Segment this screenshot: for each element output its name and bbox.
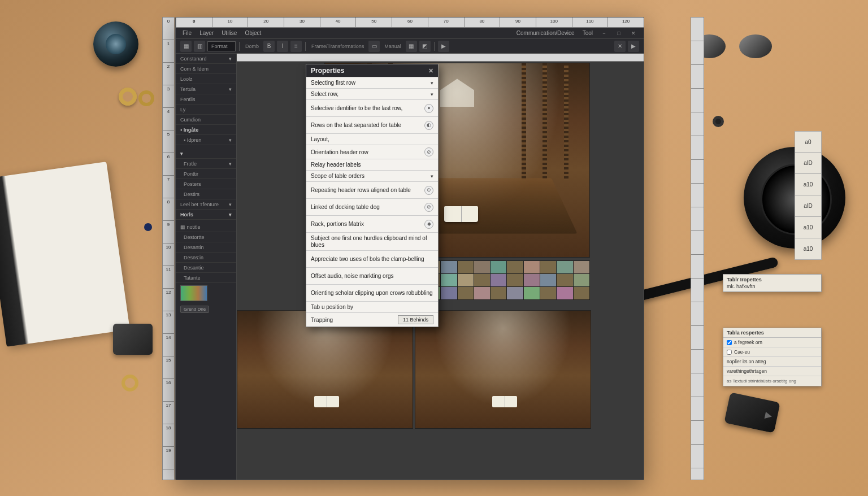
dropdown-item[interactable]: Offset audio, noise markting orgs	[306, 267, 438, 284]
tool-new-icon[interactable]: ▦	[180, 41, 192, 52]
value-cell: a10	[795, 238, 822, 260]
sidebar-item[interactable]: Tatante	[176, 273, 236, 283]
value-cell: aID	[795, 195, 822, 217]
window-close-icon[interactable]: ✕	[630, 30, 637, 37]
sidebar-label: Leel bet Tfenture▾	[176, 199, 236, 210]
panel-line: mk. hafxwftn	[727, 284, 818, 289]
sidebar-item[interactable]: Destirs	[176, 189, 236, 199]
sidebar-panel-header: ▾	[176, 149, 236, 159]
desk-eraser	[113, 324, 153, 355]
panel-footer: as Textudl strintdbüsts orsetitg ong	[723, 376, 821, 386]
panel-row[interactable]: noplier its on atteg	[723, 357, 821, 367]
ruler-horizontal-inner	[237, 54, 644, 62]
desk-sunglasses	[693, 31, 772, 62]
menu-layer[interactable]: Layer	[199, 30, 214, 36]
sidebar-item[interactable]: Frotle▾	[176, 159, 236, 169]
menubar: File Layer Utilise Object Communication/…	[176, 28, 644, 39]
desk-bead	[144, 223, 152, 231]
sidebar-section-header[interactable]: ▪ Ingåte	[176, 125, 236, 135]
sidebar-item[interactable]: Tertula▾	[176, 84, 236, 94]
thumb-image-library-left[interactable]	[237, 310, 413, 429]
sidebar-item[interactable]: Posters	[176, 179, 236, 189]
menu-right-num: Tool	[583, 30, 593, 36]
table-properties-panel: Tabla respertes a fegreek orn Cae-eu nop…	[723, 328, 822, 386]
ruler-vertical-left: 01 23 45 67 89 1011 1213 1415 1617 1819	[162, 17, 175, 480]
tool-grid-icon[interactable]: ▦	[406, 41, 417, 52]
value-cell: a10	[795, 217, 822, 238]
sidebar-item[interactable]: Desantie	[176, 263, 236, 273]
panel-row[interactable]: varethingethrtagen	[723, 367, 821, 376]
menu-utilise[interactable]: Utilise	[222, 30, 237, 36]
ruler-vertical-right	[691, 17, 704, 480]
dropdown-item[interactable]: Rack, portions Matrix◆	[306, 215, 438, 232]
tool-frame-icon[interactable]: ▭	[368, 41, 380, 52]
sidebar-item[interactable]: Destortte	[176, 232, 236, 242]
tool-play-icon[interactable]: ▶	[438, 41, 449, 52]
dropdown-footer-label: Trapping	[311, 317, 333, 323]
info-icon: ⊙	[424, 186, 433, 195]
sidebar-item[interactable]: Constanard▾	[176, 54, 236, 64]
tool-open-icon[interactable]: ▥	[194, 41, 205, 52]
left-sidebar: Constanard▾ Com & Idem Loolz Tertula▾ Fe…	[176, 54, 237, 480]
toolbar: ▦ ▥ Format Domb B I ≡ Frame/Transformati…	[176, 39, 644, 54]
tool-italic-icon[interactable]: I	[277, 41, 288, 52]
dropdown-item[interactable]: Layout,	[306, 133, 438, 145]
sidebar-item[interactable]: Ly	[176, 105, 236, 115]
dropdown-item[interactable]: Appreciate two uses of bols the clamp-be…	[306, 250, 438, 267]
panel-row[interactable]: a fegreek orn	[723, 338, 821, 347]
tool-bold-icon[interactable]: B	[263, 41, 275, 52]
sidebar-item[interactable]: Ponttir	[176, 169, 236, 179]
dropdown-item[interactable]: Linked of docking table dog⊘	[306, 198, 438, 215]
sidebar-item[interactable]: ▪ Idpren▾	[176, 135, 236, 145]
dropdown-item[interactable]: Relay header labels	[306, 159, 438, 170]
sidebar-gradient-preview	[180, 285, 207, 301]
dropdown-item[interactable]: Scope of table orders▾	[306, 170, 438, 181]
dropdown-footer-button[interactable]: 11 Behinds	[398, 315, 433, 324]
sidebar-item[interactable]: Com & Idem	[176, 64, 236, 74]
canvas-column: Properties ✕ Selecting first row▾ Select…	[237, 54, 644, 480]
tool-crop-icon[interactable]: ◩	[419, 41, 431, 52]
window-minimize-icon[interactable]: −	[601, 30, 607, 37]
dropdown-item[interactable]: Select row,▾	[306, 88, 438, 99]
tool-next-icon[interactable]: ▶	[628, 41, 639, 52]
tool-label-domb: Domb	[243, 43, 261, 49]
sidebar-item[interactable]: Fentlis	[176, 94, 236, 105]
dropdown-item[interactable]: Rows on the last separated for table◐	[306, 116, 438, 133]
dropdown-item[interactable]: Orientation header row⊘	[306, 145, 438, 159]
dropdown-title-bar: Properties ✕	[306, 64, 438, 77]
sidebar-action-button[interactable]: Grend Dire	[180, 306, 209, 313]
desk-notebook	[0, 162, 130, 347]
dropdown-item[interactable]: Orienting scholar clipping upon crows ro…	[306, 284, 438, 301]
diamond-icon: ◆	[424, 220, 433, 229]
menu-object[interactable]: Object	[245, 30, 261, 36]
table-properties-mini-panel[interactable]: Tablr Iropettes mk. hafxwftn	[723, 274, 822, 292]
sidebar-item[interactable]: Loolz	[176, 74, 236, 84]
dropdown-item[interactable]: Tab u position by	[306, 301, 438, 312]
canvas[interactable]	[237, 62, 644, 480]
sidebar-item[interactable]: Cumdion	[176, 115, 236, 125]
dropdown-item[interactable]: Repeating header rows aligned on table⊙	[306, 181, 438, 198]
desk-flash-drive	[724, 392, 780, 433]
thumb-image-library-right[interactable]	[415, 310, 591, 429]
dropdown-close-icon[interactable]: ✕	[428, 67, 433, 75]
dropdown-item[interactable]: Selecting first row▾	[306, 77, 438, 88]
sidebar-item[interactable]: Desantin	[176, 242, 236, 253]
window-maximize-icon[interactable]: □	[615, 30, 622, 37]
tool-format-field[interactable]: Format	[207, 41, 236, 51]
dropdown-footer: Trapping 11 Behinds	[306, 312, 438, 327]
sidebar-list-head: ▦ notitle	[176, 222, 236, 232]
info-icon: ⊘	[424, 147, 433, 156]
tool-close-icon[interactable]: ✕	[614, 41, 626, 52]
sidebar-item[interactable]: Desns:in	[176, 253, 236, 263]
sidebar-tools-header[interactable]: Horls▾	[176, 210, 236, 220]
menu-file[interactable]: File	[183, 30, 192, 36]
info-icon: ◐	[424, 121, 433, 130]
dropdown-item[interactable]: Selective identifier to be the last row,…	[306, 99, 438, 116]
panel-row[interactable]: Cae-eu	[723, 347, 821, 357]
tool-align-icon[interactable]: ≡	[290, 41, 302, 52]
menu-right-label: Communication/Device	[517, 30, 575, 36]
dropdown-item[interactable]: Subject one first one hurdles clipboard …	[306, 232, 438, 250]
ruler-horizontal: 010 2030 4050 6070 8090 100110 120	[176, 18, 644, 28]
desk-ring	[121, 375, 138, 391]
value-cell: aID	[795, 153, 822, 174]
